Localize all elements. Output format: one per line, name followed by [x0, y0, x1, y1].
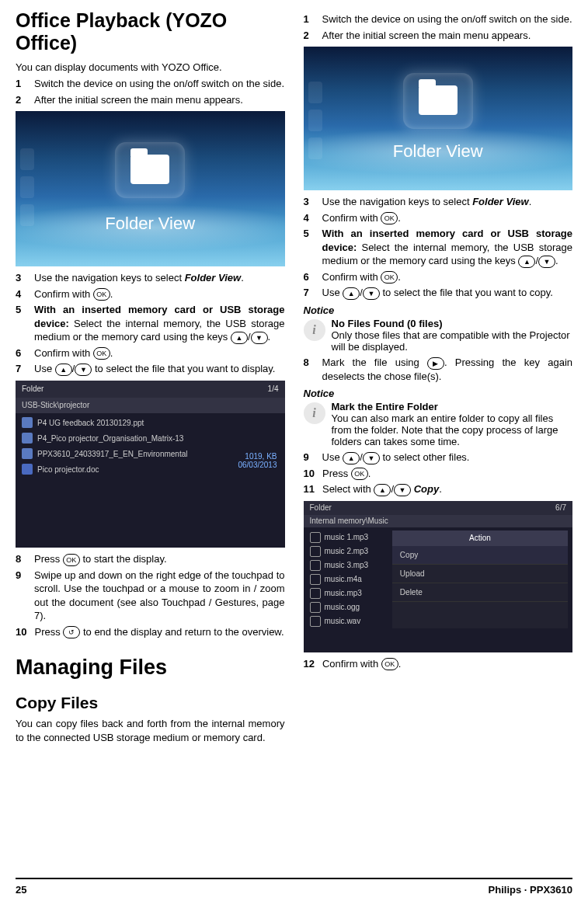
info-icon: i — [304, 319, 325, 341]
notice-heading: Notice — [304, 388, 573, 399]
ok-key-icon: OK — [93, 347, 110, 360]
notice-title: No Files Found (0 files) — [332, 318, 573, 329]
folder-view-screenshot: Folder View — [304, 47, 573, 190]
action-menu-item: Upload — [392, 565, 568, 583]
heading-office-playback: Office Playback (YOZO Office) — [16, 9, 285, 54]
step-text: Swipe up and down on the right edge of t… — [34, 569, 285, 623]
down-key-icon: ▼ — [251, 332, 268, 344]
step-text: With an inserted memory card or USB stor… — [34, 303, 285, 344]
right-steps-cont2: 8Mark the file using ▶. Pressing the key… — [304, 356, 573, 383]
step-text: Use ▲/▼ to select the file that you want… — [322, 286, 573, 300]
step-text: Use ▲/▼ to select other files. — [322, 451, 573, 464]
ok-key-icon: OK — [93, 288, 110, 301]
folder-view-screenshot: Folder View — [16, 111, 285, 266]
actshot-row: music 1.mp3 — [325, 533, 369, 541]
up-key-icon: ▲ — [343, 287, 360, 300]
flist-header-left: Folder — [22, 381, 43, 398]
flist-meta-date: 06/03/2013 — [238, 461, 277, 469]
step-text: Use the navigation keys to select Folder… — [322, 195, 573, 209]
action-menu-item: Delete — [392, 583, 568, 602]
step-text: Confirm with OK. — [322, 657, 572, 671]
left-column: Office Playback (YOZO Office) You can di… — [16, 9, 285, 864]
step-text: Switch the device on using the on/off sw… — [322, 12, 573, 26]
page-number: 25 — [16, 884, 26, 896]
ok-key-icon: OK — [381, 212, 398, 224]
info-icon: i — [304, 402, 325, 424]
actshot-row: music.mp3 — [325, 589, 362, 597]
flist-row: PPX3610_24033917_E_EN_Environmental — [37, 450, 187, 458]
actshot-row: music.wav — [325, 617, 361, 625]
down-key-icon: ▼ — [363, 452, 380, 464]
flist-meta-size: 1019, KB — [238, 452, 277, 461]
down-key-icon: ▼ — [538, 256, 555, 268]
flist-row: Pico projector.doc — [37, 465, 99, 474]
up-key-icon: ▲ — [343, 452, 360, 464]
step-text: Switch the device on using the on/off sw… — [34, 77, 285, 91]
intro-text: You can display documents with YOZO Offi… — [16, 61, 285, 75]
right-column: 1Switch the device on using the on/off s… — [304, 9, 573, 864]
actshot-hdr-right: 6/7 — [555, 501, 566, 515]
step-text: After the initial screen the main menu a… — [34, 93, 285, 107]
action-menu-header: Action — [392, 531, 568, 546]
folder-view-label: Folder View — [304, 141, 573, 162]
ok-key-icon: OK — [381, 658, 398, 670]
down-key-icon: ▼ — [394, 484, 411, 496]
actshot-row: music 2.mp3 — [325, 547, 369, 555]
notice-title: Mark the Entire Folder — [332, 401, 573, 412]
actshot-row: music.m4a — [325, 575, 362, 583]
footer-model: Philips · PPX3610 — [489, 884, 572, 896]
flist-row: P4_Pico projector_Organisation_Matrix-13 — [37, 434, 183, 443]
step-text: Press ↺ to end the display and return to… — [34, 625, 284, 639]
up-key-icon: ▲ — [374, 484, 391, 496]
up-key-icon: ▲ — [518, 256, 535, 268]
step-text: Confirm with OK. — [322, 211, 573, 225]
folder-view-label: Folder View — [16, 214, 285, 234]
flist-breadcrumb: USB-Stick\projector — [16, 398, 285, 413]
notice-no-files: Notice i No Files Found (0 files) Only t… — [304, 304, 573, 353]
right-steps-cont3: 9Use ▲/▼ to select other files. 10Press … — [304, 451, 573, 496]
step-text: Press OK to start the display. — [34, 552, 285, 566]
actshot-row: music 3.mp3 — [325, 561, 369, 569]
left-steps-cont: 3Use the navigation keys to select Folde… — [16, 271, 285, 376]
up-key-icon: ▲ — [231, 332, 248, 344]
step-text: Select with ▲/▼ Copy. — [322, 482, 572, 496]
folder-icon — [403, 73, 473, 129]
file-list-screenshot: Folder1/4 USB-Stick\projector P4 UG feed… — [16, 381, 285, 548]
ok-key-icon: OK — [381, 271, 398, 284]
action-menu-item: Copy — [392, 546, 568, 565]
folder-icon — [115, 142, 185, 198]
down-key-icon: ▼ — [75, 364, 92, 376]
right-key-icon: ▶ — [427, 357, 444, 370]
copy-intro: You can copy files back and forth from t… — [16, 717, 285, 744]
step-text: Confirm with OK. — [34, 346, 285, 360]
left-steps-cont2: 8Press OK to start the display. 9Swipe u… — [16, 552, 285, 638]
step-text: With an inserted memory card or USB stor… — [322, 227, 573, 268]
step-text: Use the navigation keys to select Folder… — [34, 271, 285, 285]
right-steps-cont: 3Use the navigation keys to select Folde… — [304, 195, 573, 300]
step-text: Mark the file using ▶. Pressing the key … — [322, 356, 573, 383]
actshot-row: music.ogg — [325, 603, 360, 611]
flist-header-right: 1/4 — [268, 381, 279, 398]
action-menu-screenshot: Folder6/7 Internal memory\Music music 1.… — [304, 501, 573, 652]
heading-copy-files: Copy Files — [16, 694, 285, 712]
back-key-icon: ↺ — [63, 626, 80, 638]
notice-heading: Notice — [304, 304, 573, 316]
step-text: Confirm with OK. — [322, 270, 573, 284]
ok-key-icon: OK — [351, 468, 368, 480]
step-text: Confirm with OK. — [34, 287, 285, 301]
up-key-icon: ▲ — [55, 364, 72, 376]
actshot-hdr-left: Folder — [310, 501, 332, 515]
step-text: After the initial screen the main menu a… — [322, 29, 573, 43]
step-text: Use ▲/▼ to select the file that you want… — [34, 362, 285, 376]
right-steps: 1Switch the device on using the on/off s… — [304, 12, 573, 42]
actshot-breadcrumb: Internal memory\Music — [304, 515, 573, 527]
page-footer: 25 Philips · PPX3610 — [16, 878, 572, 896]
step-text: Press OK. — [322, 467, 572, 481]
right-steps-cont4: 12Confirm with OK. — [304, 657, 573, 671]
flist-row: P4 UG feedback 20130129.ppt — [37, 419, 144, 427]
notice-body-text: You can also mark an entire folder to co… — [332, 412, 573, 447]
notice-body-text: Only those files that are compatible wit… — [332, 329, 573, 353]
notice-mark-folder: Notice i Mark the Entire Folder You can … — [304, 388, 573, 447]
left-steps: 1Switch the device on using the on/off s… — [16, 77, 285, 106]
heading-managing-files: Managing Files — [16, 656, 285, 680]
